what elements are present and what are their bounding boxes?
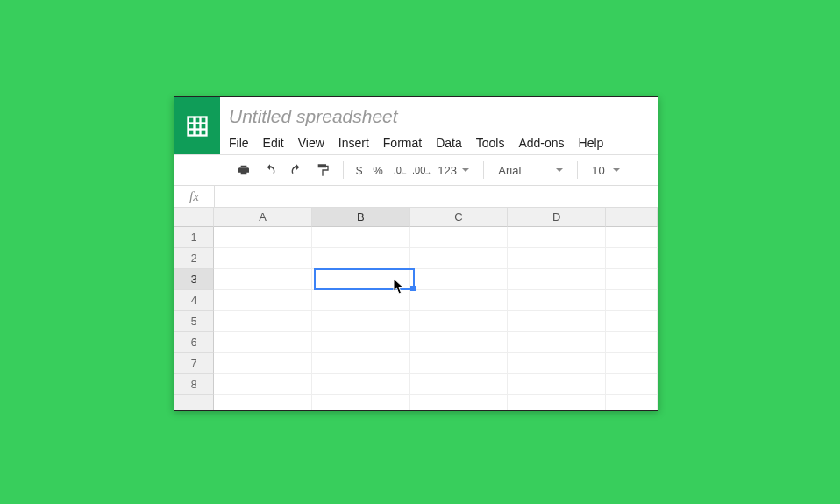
column-header-b[interactable]: B <box>312 208 410 227</box>
font-family-dropdown[interactable]: Arial <box>493 164 568 177</box>
row-header-1[interactable]: 1 <box>174 227 214 248</box>
cell-a6[interactable] <box>214 332 312 353</box>
cell-a3[interactable] <box>214 269 312 290</box>
menu-tools[interactable]: Tools <box>476 136 505 150</box>
cell-e9[interactable] <box>606 395 658 410</box>
menu-format[interactable]: Format <box>383 136 422 150</box>
cell-b9[interactable] <box>312 395 410 410</box>
redo-button[interactable] <box>285 159 308 181</box>
cell-b7[interactable] <box>312 353 410 374</box>
cell-d4[interactable] <box>508 290 606 311</box>
cell-e4[interactable] <box>606 290 658 311</box>
chevron-down-icon <box>556 168 563 172</box>
cell-c5[interactable] <box>410 311 509 332</box>
cell-e2[interactable] <box>606 248 658 269</box>
select-all-corner[interactable] <box>174 208 214 227</box>
spreadsheet-window: Untitled spreadsheet File Edit View Inse… <box>174 96 658 411</box>
formula-input[interactable] <box>215 186 658 207</box>
cell-a2[interactable] <box>214 248 312 269</box>
cell-d1[interactable] <box>508 227 606 248</box>
print-icon <box>237 163 251 177</box>
cell-c3[interactable] <box>410 269 509 290</box>
cell-a1[interactable] <box>214 227 312 248</box>
print-button[interactable] <box>232 159 255 181</box>
number-format-label: 123 <box>438 164 457 177</box>
decrease-decimal-button[interactable]: .0← <box>390 165 405 175</box>
cell-d6[interactable] <box>508 332 606 353</box>
cell-e3[interactable] <box>606 269 658 290</box>
cell-e8[interactable] <box>606 374 658 395</box>
row-header-5[interactable]: 5 <box>174 311 214 332</box>
rows: 1 2 3 4 5 6 7 8 <box>174 227 658 410</box>
increase-decimal-button[interactable]: .00→ <box>409 165 429 175</box>
column-header-d[interactable]: D <box>508 208 606 227</box>
cell-d2[interactable] <box>508 248 606 269</box>
cell-b3[interactable] <box>312 269 410 290</box>
menu-help[interactable]: Help <box>579 136 604 150</box>
paint-format-button[interactable] <box>311 159 334 181</box>
menu-addons[interactable]: Add-ons <box>518 136 564 150</box>
cell-b2[interactable] <box>312 248 410 269</box>
grid: A B C D 1 2 3 4 5 6 7 8 <box>174 208 658 410</box>
redo-icon <box>289 163 303 177</box>
cell-c1[interactable] <box>410 227 509 248</box>
column-header-e[interactable] <box>606 208 658 227</box>
cell-c4[interactable] <box>410 290 509 311</box>
cell-b4[interactable] <box>312 290 410 311</box>
row-header-4[interactable]: 4 <box>174 290 214 311</box>
menubar: File Edit View Insert Format Data Tools … <box>229 129 649 155</box>
row-header-7[interactable]: 7 <box>174 353 214 374</box>
menu-data[interactable]: Data <box>436 136 462 150</box>
cell-c8[interactable] <box>410 374 509 395</box>
cell-c9[interactable] <box>410 395 509 410</box>
cell-c7[interactable] <box>410 353 509 374</box>
row-header-8[interactable]: 8 <box>174 374 214 395</box>
cell-e6[interactable] <box>606 332 658 353</box>
cell-c6[interactable] <box>410 332 509 353</box>
cell-a4[interactable] <box>214 290 312 311</box>
column-header-a[interactable]: A <box>214 208 312 227</box>
undo-button[interactable] <box>259 159 281 181</box>
sheets-icon <box>185 114 210 138</box>
undo-icon <box>263 163 277 177</box>
cell-b5[interactable] <box>312 311 410 332</box>
document-title[interactable]: Untitled spreadsheet <box>229 103 649 129</box>
row-header-6[interactable]: 6 <box>174 332 214 353</box>
menu-edit[interactable]: Edit <box>263 136 284 150</box>
cell-b1[interactable] <box>312 227 410 248</box>
percent-button[interactable]: % <box>369 164 387 177</box>
cell-e5[interactable] <box>606 311 658 332</box>
number-format-dropdown[interactable]: 123 <box>432 164 474 177</box>
cell-d8[interactable] <box>508 374 606 395</box>
column-header-c[interactable]: C <box>410 208 509 227</box>
cell-a5[interactable] <box>214 311 312 332</box>
title-area: Untitled spreadsheet File Edit View Inse… <box>220 97 658 154</box>
cell-a9[interactable] <box>214 395 312 410</box>
cell-d7[interactable] <box>508 353 606 374</box>
currency-button[interactable]: $ <box>352 164 366 177</box>
cell-b8[interactable] <box>312 374 410 395</box>
cell-e1[interactable] <box>606 227 658 248</box>
svg-rect-0 <box>189 117 207 135</box>
font-family-label: Arial <box>498 164 521 177</box>
toolbar: $ % .0← .00→ 123 Arial 10 <box>174 154 658 186</box>
cell-e7[interactable] <box>606 353 658 374</box>
cell-a8[interactable] <box>214 374 312 395</box>
cell-c2[interactable] <box>410 248 509 269</box>
row-header-3[interactable]: 3 <box>174 269 214 290</box>
cell-d3[interactable] <box>508 269 606 290</box>
menu-file[interactable]: File <box>229 136 249 150</box>
sheets-logo[interactable] <box>174 97 220 154</box>
font-size-dropdown[interactable]: 10 <box>587 164 625 177</box>
cell-d5[interactable] <box>508 311 606 332</box>
row-header-9[interactable] <box>174 395 214 410</box>
menu-insert[interactable]: Insert <box>338 136 369 150</box>
cell-b6[interactable] <box>312 332 410 353</box>
chevron-down-icon <box>462 168 469 172</box>
cell-d9[interactable] <box>508 395 606 410</box>
menu-view[interactable]: View <box>298 136 324 150</box>
row-header-2[interactable]: 2 <box>174 248 214 269</box>
cell-a7[interactable] <box>214 353 312 374</box>
chevron-down-icon <box>613 168 620 172</box>
font-size-label: 10 <box>592 164 604 177</box>
